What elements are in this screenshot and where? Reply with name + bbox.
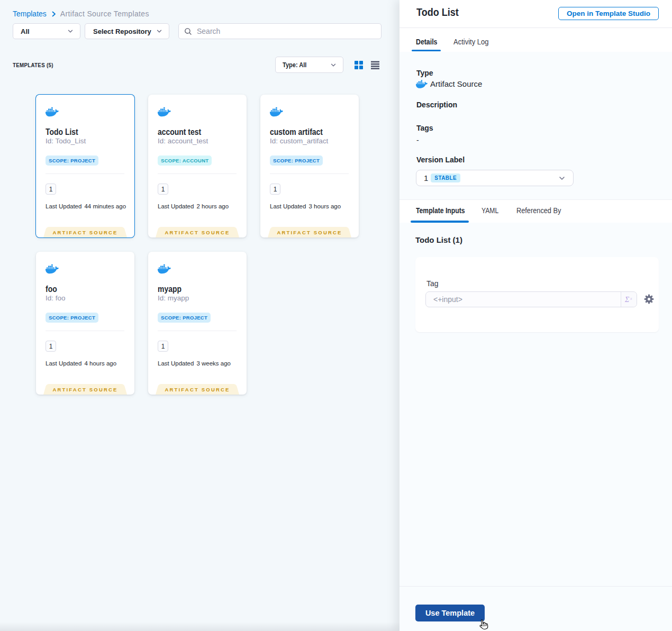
svg-text:x: x — [630, 296, 632, 301]
svg-text:Σ: Σ — [624, 296, 630, 304]
